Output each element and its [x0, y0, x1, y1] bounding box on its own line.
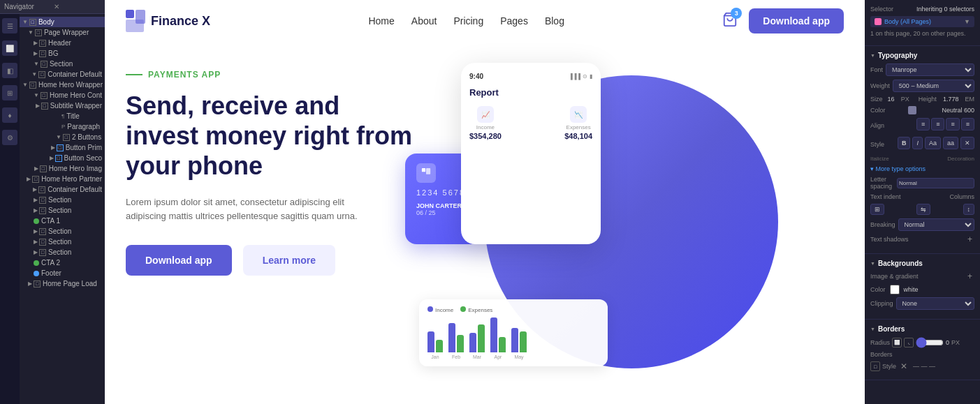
tree-item-title[interactable]: ¶ Title	[20, 111, 105, 121]
tree-item-hero-cont[interactable]: ▼ □ Home Hero Cont	[20, 90, 105, 100]
tree-item-body[interactable]: ▼ □ Body	[20, 17, 105, 27]
bold-button[interactable]: B	[898, 137, 911, 149]
nav-blog[interactable]: Blog	[545, 15, 564, 27]
tree-item-btn-secondary[interactable]: ▶ □ Button Seco	[20, 153, 105, 163]
align-left-button[interactable]: ≡	[916, 118, 930, 130]
tree-item-btn-primary[interactable]: ▶ □ Button Prim	[20, 142, 105, 153]
typography-section: ▼ Typography Font Manrope Weight 500 – M…	[865, 46, 980, 254]
borders-style-row: □ Style ✕ — — —	[870, 361, 974, 371]
download-app-button[interactable]: Download app	[126, 245, 232, 276]
site-logo: Finance X	[126, 10, 210, 32]
tree-item-cta1[interactable]: CTA 1	[20, 216, 105, 226]
selector-label: Selector	[870, 6, 893, 13]
chart-legend: Income Expenses	[427, 306, 599, 313]
tree-item-header[interactable]: ▶ □ Header	[20, 38, 105, 48]
nav-home[interactable]: Home	[368, 15, 394, 27]
align-justify-button[interactable]: ≡	[961, 118, 974, 130]
borders-header[interactable]: ▼ Borders	[870, 325, 974, 333]
breaking-select[interactable]: Normal	[898, 218, 974, 231]
image-gradient-label: Image & gradient	[870, 273, 919, 280]
strikethrough-button[interactable]: ✕	[960, 137, 974, 149]
clipping-select[interactable]: None	[896, 297, 974, 310]
page-icon[interactable]: ⬜	[2, 40, 17, 56]
tree-item-section1[interactable]: ▼ □ Section	[20, 59, 105, 69]
color-swatch[interactable]	[908, 106, 916, 114]
tree-item-container1[interactable]: ▼ □ Container Default	[20, 69, 105, 80]
lowercase-button[interactable]: aa	[943, 137, 958, 149]
tree-item-hero-image[interactable]: ▶ □ Home Hero Imag	[20, 163, 105, 174]
border-all-icon[interactable]: □	[870, 361, 880, 371]
text-indent-label: Text indent	[870, 193, 901, 200]
asset-icon[interactable]: ♦	[2, 107, 17, 123]
download-app-nav-button[interactable]: Download app	[749, 8, 844, 33]
bar-expenses-apr	[499, 337, 506, 352]
component-icon[interactable]: ⊞	[2, 85, 17, 100]
svg-rect-4	[422, 168, 425, 172]
bg-color-value: white	[904, 286, 919, 293]
bg-color-swatch[interactable]	[890, 285, 900, 294]
add-text-shadow-button[interactable]: +	[965, 234, 974, 244]
bar-label-jan: Jan	[431, 354, 439, 359]
expenses-label: Expenses	[564, 124, 592, 130]
backgrounds-header[interactable]: ▼ Backgrounds	[870, 260, 974, 267]
tree-item-hero-wrapper[interactable]: ▼ □ Home Hero Wrapper	[20, 80, 105, 90]
selector-chevron-icon[interactable]: ▼	[964, 18, 970, 25]
bar-feb: Feb	[448, 323, 464, 359]
style-buttons: B I Aa aa ✕	[898, 137, 974, 149]
italic-button[interactable]: I	[912, 137, 923, 149]
tree-item-section3[interactable]: ▶ □ Section	[20, 205, 105, 216]
nav-icon[interactable]: ☰	[2, 18, 17, 33]
learn-more-button[interactable]: Learn more	[243, 245, 335, 276]
align-row: Align ≡ ≡ ≡ ≡	[870, 118, 974, 133]
bar-income-jan	[427, 331, 434, 352]
nav-pricing[interactable]: Pricing	[453, 15, 483, 27]
hero-right: 9:40 ▐▐▐⊙▮ Report 📈 Income $354,280	[419, 56, 844, 387]
selector-badge-bar[interactable]: Body (All Pages) ▼	[870, 16, 974, 27]
tree-item-paragraph[interactable]: P Paragraph	[20, 121, 105, 132]
nav-pages[interactable]: Pages	[500, 15, 528, 27]
expenses-legend-dot	[460, 306, 466, 312]
tree-item-page-wrapper[interactable]: ▼ □ Page Wrapper	[20, 27, 105, 38]
capitalize-button[interactable]: Aa	[925, 137, 941, 149]
card-name: JOHN CARTER	[416, 202, 462, 209]
more-type-options[interactable]: ▾ More type options	[870, 165, 974, 172]
plugin-icon[interactable]: ⚙	[2, 130, 17, 145]
tree-item-section2[interactable]: ▶ □ Section	[20, 195, 105, 205]
font-select[interactable]: Manrope	[886, 63, 974, 76]
close-border-icon[interactable]: ✕	[898, 361, 909, 371]
direction-rtl-button[interactable]: ⇋	[916, 204, 930, 215]
text-shadows-label: Text shadows	[870, 236, 909, 243]
typography-title-text: Typography	[878, 52, 917, 59]
tree-item-footer[interactable]: Footer	[20, 268, 105, 278]
letter-spacing-input[interactable]	[897, 178, 974, 188]
radius-slider[interactable]	[916, 337, 944, 348]
card-expiry: 06 / 25	[416, 209, 462, 216]
tree-item-subtitle-wrapper[interactable]: ▶ □ Subtitle Wrapper	[20, 100, 105, 111]
layer-icon[interactable]: ◧	[2, 63, 17, 78]
nav-about[interactable]: About	[411, 15, 437, 27]
direction-arrow-button[interactable]: ↕	[963, 204, 975, 215]
cart-button[interactable]: 3	[722, 12, 738, 30]
sidebar-close-icon[interactable]: ✕	[54, 3, 101, 10]
tree-item-section6[interactable]: ▶ □ Section	[20, 247, 105, 257]
tree-item-container2[interactable]: ▶ □ Container Default	[20, 184, 105, 195]
color-label: Color	[870, 107, 886, 114]
income-legend-label: Income	[435, 307, 453, 313]
tree-item-section5[interactable]: ▶ □ Section	[20, 237, 105, 247]
tree-item-section4[interactable]: ▶ □ Section	[20, 226, 105, 237]
letter-spacing-row: Letter spacing	[870, 176, 974, 190]
align-center-button[interactable]: ≡	[931, 118, 944, 130]
svg-rect-5	[426, 168, 430, 174]
weight-select[interactable]: 500 – Medium	[893, 80, 974, 92]
tree-item-cta2[interactable]: CTA 2	[20, 257, 105, 268]
size-value: 16	[888, 96, 895, 103]
tree-item-2buttons[interactable]: ▼ □ 2 Buttons	[20, 132, 105, 142]
backgrounds-title-text: Backgrounds	[878, 260, 923, 267]
add-background-button[interactable]: +	[965, 271, 974, 281]
align-right-button[interactable]: ≡	[946, 118, 959, 130]
tree-item-home-page-load[interactable]: ▶ □ Home Page Load	[20, 278, 105, 289]
typography-header[interactable]: ▼ Typography	[870, 52, 974, 59]
direction-ltr-button[interactable]: ⊞	[870, 204, 884, 215]
tree-item-bg[interactable]: ▶ □ BG	[20, 48, 105, 59]
tree-item-hero-partner[interactable]: ▶ □ Home Hero Partner	[20, 174, 105, 184]
